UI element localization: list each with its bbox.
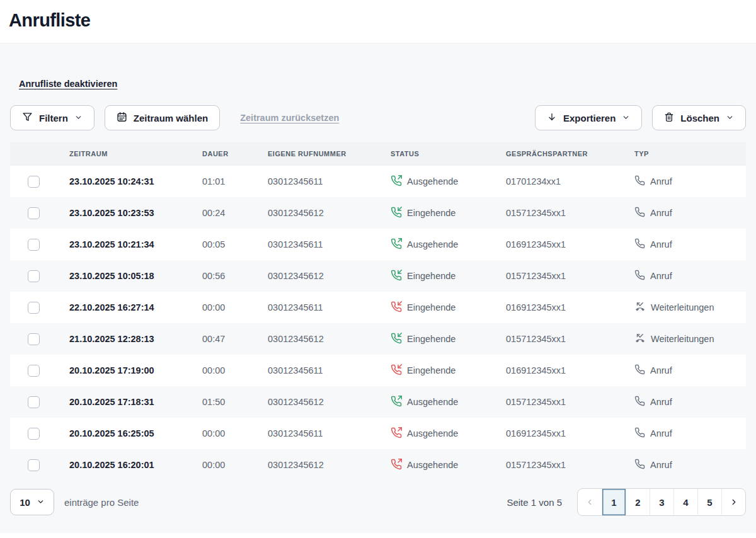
cell-eigene-rufnummer: 03012345612	[268, 386, 391, 418]
export-button[interactable]: Exportieren	[535, 105, 642, 130]
row-checkbox[interactable]	[28, 365, 40, 377]
phone-icon	[634, 396, 645, 408]
cell-status: Eingehende	[391, 323, 506, 355]
row-checkbox[interactable]	[28, 459, 40, 471]
table-row: 20.10.2025 16:25:0500:0003012345611Ausge…	[10, 418, 746, 449]
table-row: 22.10.2025 16:27:1400:0003012345611Einge…	[10, 292, 746, 323]
column-header-typ: TYP	[634, 142, 746, 166]
cell-status: Ausgehende	[391, 229, 506, 260]
cell-gespraechspartner: 016912345xx1	[506, 355, 634, 386]
cell-status: Eingehende	[391, 260, 506, 292]
calendar-icon	[117, 112, 127, 124]
cell-gespraechspartner: 015712345xx1	[506, 260, 634, 292]
cell-typ: Anruf	[634, 197, 746, 229]
cell-dauer: 00:00	[202, 449, 268, 481]
typ-label: Anruf	[650, 428, 672, 438]
cell-status: Eingehende	[391, 355, 506, 386]
row-checkbox[interactable]	[28, 207, 40, 219]
table-header-row: ZEITRAUM DAUER EIGENE RUFNUMMER STATUS G…	[10, 142, 746, 166]
app-header: Anrufliste	[0, 0, 756, 43]
column-header-eigene-rufnummer: EIGENE RUFNUMMER	[268, 142, 391, 166]
typ-label: Anruf	[650, 271, 672, 281]
delete-button[interactable]: Löschen	[652, 105, 746, 130]
cell-zeitraum: 20.10.2025 17:19:00	[69, 355, 202, 386]
cell-gespraechspartner: 016912345xx1	[506, 292, 634, 323]
table-row: 20.10.2025 17:19:0000:0003012345611Einge…	[10, 355, 746, 386]
typ-label: Anruf	[650, 239, 672, 249]
typ-label: Anruf	[650, 460, 672, 470]
row-checkbox[interactable]	[28, 302, 40, 314]
cell-status: Ausgehende	[391, 386, 506, 418]
page-button-3[interactable]: 3	[650, 489, 673, 515]
page-button-2[interactable]: 2	[626, 489, 650, 515]
typ-label: Weiterleitungen	[651, 334, 714, 344]
column-header-zeitraum: ZEITRAUM	[69, 142, 202, 166]
cell-gespraechspartner: 01701234xx1	[506, 166, 634, 197]
phone-incoming-icon	[391, 333, 402, 346]
cell-typ: Anruf	[634, 229, 746, 260]
main-content: Anrufliste deaktivieren Filtern Zeitraum…	[0, 43, 756, 533]
row-checkbox[interactable]	[28, 270, 40, 282]
phone-icon	[634, 459, 645, 471]
table-row: 20.10.2025 17:18:3101:5003012345612Ausge…	[10, 386, 746, 418]
cell-typ: Anruf	[634, 355, 746, 386]
cell-typ: Anruf	[634, 418, 746, 449]
page-button-1[interactable]: 1	[602, 489, 626, 515]
status-label: Eingehende	[407, 365, 455, 375]
funnel-icon	[22, 112, 33, 124]
cell-eigene-rufnummer: 03012345612	[268, 449, 391, 481]
row-checkbox[interactable]	[28, 239, 40, 251]
column-header-status: STATUS	[391, 142, 506, 166]
table-row: 23.10.2025 10:23:5300:2403012345612Einge…	[10, 197, 746, 229]
cell-typ: Anruf	[634, 449, 746, 481]
next-page-button[interactable]	[721, 489, 745, 515]
typ-label: Weiterleitungen	[651, 302, 714, 312]
status-label: Eingehende	[407, 302, 455, 312]
export-button-label: Exportieren	[563, 113, 616, 123]
chevron-down-icon	[74, 113, 83, 123]
reset-date-range-link[interactable]: Zeitraum zurücksetzen	[240, 113, 339, 123]
row-checkbox[interactable]	[28, 333, 40, 345]
typ-label: Anruf	[650, 208, 672, 218]
row-checkbox[interactable]	[28, 396, 40, 408]
deactivate-call-list-link[interactable]: Anrufliste deaktivieren	[19, 79, 117, 89]
cell-gespraechspartner: 016912345xx1	[506, 418, 634, 449]
toolbar-right: Exportieren Löschen	[535, 105, 746, 130]
phone-forwarded-icon	[634, 301, 646, 314]
typ-label: Anruf	[650, 176, 672, 186]
row-checkbox-cell	[10, 260, 69, 292]
cell-status: Ausgehende	[391, 418, 506, 449]
row-checkbox[interactable]	[28, 428, 40, 440]
row-checkbox-cell	[10, 355, 69, 386]
cell-zeitraum: 23.10.2025 10:21:34	[69, 229, 202, 260]
toolbar: Filtern Zeitraum wählen Zeitraum zurücks…	[10, 105, 746, 130]
cell-eigene-rufnummer: 03012345612	[268, 323, 391, 355]
page-button-4[interactable]: 4	[673, 489, 697, 515]
phone-outgoing-icon	[391, 427, 402, 440]
date-range-button[interactable]: Zeitraum wählen	[105, 105, 220, 130]
phone-icon	[634, 175, 645, 188]
table-row: 21.10.2025 12:28:1300:4703012345612Einge…	[10, 323, 746, 355]
cell-zeitraum: 23.10.2025 10:23:53	[69, 197, 202, 229]
column-header-gespraechspartner: GESPRÄCHSPARTNER	[506, 142, 634, 166]
pagination: 12345	[577, 488, 746, 516]
cell-gespraechspartner: 015712345xx1	[506, 323, 634, 355]
previous-page-button[interactable]	[578, 489, 602, 515]
cell-zeitraum: 20.10.2025 17:18:31	[69, 386, 202, 418]
cell-zeitraum: 23.10.2025 10:24:31	[69, 166, 202, 197]
chevron-left-icon	[585, 498, 594, 507]
phone-icon	[634, 427, 645, 440]
table-row: 23.10.2025 10:24:3101:0103012345611Ausge…	[10, 166, 746, 197]
phone-icon	[634, 238, 645, 251]
cell-gespraechspartner: 015712345xx1	[506, 197, 634, 229]
cell-eigene-rufnummer: 03012345611	[268, 229, 391, 260]
table-row: 23.10.2025 10:21:3400:0503012345611Ausge…	[10, 229, 746, 260]
cell-dauer: 01:50	[202, 386, 268, 418]
cell-eigene-rufnummer: 03012345612	[268, 197, 391, 229]
filter-button[interactable]: Filtern	[10, 105, 94, 130]
cell-typ: Anruf	[634, 386, 746, 418]
page-button-5[interactable]: 5	[697, 489, 721, 515]
per-page-select[interactable]: 10	[10, 489, 54, 515]
row-checkbox[interactable]	[28, 176, 40, 188]
phone-incoming-icon	[391, 207, 402, 220]
